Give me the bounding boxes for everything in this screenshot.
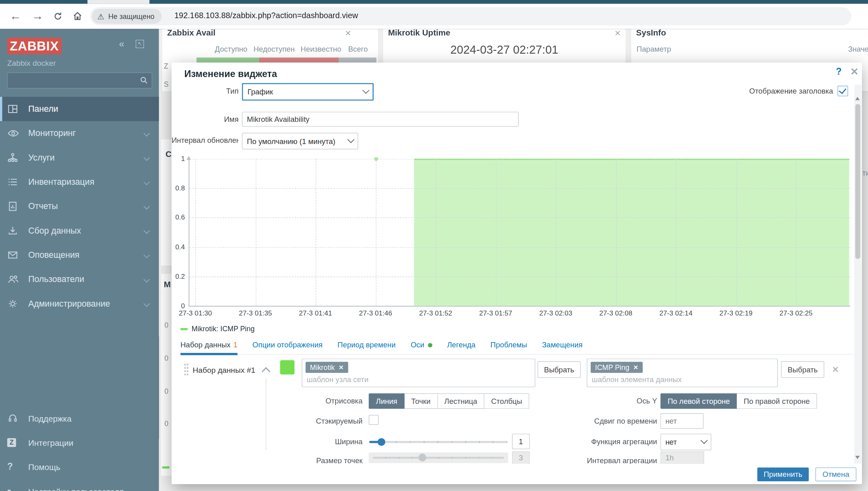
sidebar-item-download[interactable]: Сбор данных: [0, 219, 159, 243]
sidebar-search-input[interactable]: [7, 73, 152, 89]
yaxis-label: Ось Y: [531, 397, 657, 405]
item-pattern-input[interactable]: ICMP Ping ✕ шаблон элемента данных: [587, 359, 778, 387]
host-chip[interactable]: Mikrotik ✕: [306, 362, 348, 373]
width-value-input[interactable]: [512, 434, 530, 449]
tab-5[interactable]: Проблемы: [491, 337, 527, 355]
draw-type-option[interactable]: Точки: [405, 393, 438, 409]
gridline: [496, 159, 496, 306]
legend-color-dash: [180, 328, 188, 330]
help-icon[interactable]: ?: [836, 67, 841, 77]
sidebar-footer-item-question[interactable]: ?Помощь: [0, 455, 159, 479]
covered-text-fragment: 0: [164, 321, 168, 329]
home-button[interactable]: [69, 7, 86, 25]
refresh-interval-select[interactable]: По умолчанию (1 минута): [242, 133, 358, 149]
show-header-label: Отображение заголовка: [670, 87, 833, 95]
draw-type-option[interactable]: Линия: [369, 393, 405, 409]
reload-button[interactable]: [49, 7, 67, 25]
widget-name-input[interactable]: [242, 112, 519, 127]
tab-label: Опции отображения: [252, 341, 323, 349]
yaxis-option[interactable]: По правой стороне: [737, 393, 817, 409]
x-tick-label: 27-3 02:03: [531, 309, 581, 317]
item-chip-label: ICMP Ping: [595, 363, 629, 372]
scroll-up-arrow[interactable]: [855, 94, 860, 100]
drag-handle[interactable]: [184, 363, 189, 376]
sidebar-item-eye[interactable]: Мониторинг: [0, 121, 159, 145]
tab-3[interactable]: Оси: [411, 337, 432, 355]
gridline: [189, 217, 850, 218]
tab-4[interactable]: Легенда: [447, 337, 475, 355]
dialog-body: Изменение виджета ? ✕ Тип График Отображ…: [172, 63, 862, 464]
address-bar[interactable]: ⚠ Не защищено 192.168.103.88/zabbix.php?…: [90, 7, 851, 25]
warning-icon: ⚠: [97, 12, 104, 21]
sidebar-item-dashboard[interactable]: Панели: [0, 97, 159, 121]
scroll-down-arrow[interactable]: [855, 456, 860, 462]
apply-button[interactable]: Применить: [757, 468, 809, 481]
covered-text-fragment: Z: [164, 62, 168, 71]
chip-remove-icon[interactable]: ✕: [339, 364, 344, 371]
sidebar-footer-item-zbox[interactable]: ZИнтеграции: [0, 430, 159, 455]
timeshift-input[interactable]: [660, 413, 704, 428]
draw-type-option[interactable]: Столбцы: [484, 393, 529, 409]
covered-text-fragment: M: [164, 279, 171, 288]
tab-label: Проблемы: [491, 341, 527, 349]
security-badge[interactable]: ⚠ Не защищено: [92, 9, 162, 24]
sidebar-item-gear[interactable]: Администрирование: [0, 292, 159, 316]
host-chip-label: Mikrotik: [310, 363, 335, 372]
dialog-scrollbar[interactable]: [854, 85, 862, 464]
tab-1[interactable]: Опции отображения: [252, 337, 323, 355]
width-slider[interactable]: [369, 441, 508, 443]
show-header-checkbox[interactable]: [838, 86, 848, 96]
dataset-color-swatch[interactable]: [280, 360, 295, 375]
gridline: [796, 159, 797, 306]
gridline: [375, 159, 376, 306]
sidebar-item-report[interactable]: Отчеты: [0, 194, 159, 218]
host-pattern-input[interactable]: Mikrotik ✕ шаблон узла сети: [302, 359, 535, 387]
close-icon[interactable]: ✕: [850, 66, 859, 78]
covered-text-fragment: 0: [164, 387, 168, 396]
x-tick-label: 27-3 02:19: [711, 309, 761, 317]
sidebar-item-users[interactable]: Пользователи: [0, 267, 159, 291]
sidebar-item-label: Администрирование: [28, 299, 110, 309]
forward-button[interactable]: →: [29, 7, 46, 25]
item-chip[interactable]: ICMP Ping ✕: [591, 362, 643, 373]
width-slider-thumb[interactable]: [377, 438, 385, 446]
type-select[interactable]: График: [242, 83, 373, 101]
gridline: [189, 159, 850, 159]
widget-close-icon[interactable]: ✕: [614, 29, 621, 38]
item-select-button[interactable]: Выбрать: [781, 361, 824, 378]
widget-close-icon[interactable]: ✕: [345, 29, 351, 38]
sidebar-collapse-icon[interactable]: «: [119, 39, 124, 50]
tab-6[interactable]: Замещения: [542, 337, 583, 355]
host-select-button[interactable]: Выбрать: [537, 361, 581, 378]
slider-thumb: [419, 453, 426, 461]
tab-2[interactable]: Период времени: [338, 337, 396, 355]
sidebar-item-list[interactable]: Инвентаризация: [0, 170, 159, 194]
browser-active-tab[interactable]: [88, 0, 150, 4]
sidebar-footer-item-userdot[interactable]: Настройки пользователя: [0, 479, 159, 491]
back-button[interactable]: ←: [6, 7, 24, 25]
sidebar-item-label: Панели: [28, 104, 58, 114]
security-badge-label: Не защищено: [108, 12, 155, 21]
zabbix-logo[interactable]: ZABBIX: [7, 38, 61, 54]
aggregation-select[interactable]: нет: [660, 434, 711, 450]
sidebar-item-services[interactable]: Услуги: [0, 146, 159, 170]
sidebar-expand-icon[interactable]: ↖: [136, 40, 144, 48]
dataset-remove-icon[interactable]: ✕: [832, 365, 839, 375]
sidebar-item-envelope[interactable]: Оповещения: [0, 243, 159, 267]
chevron-down-icon: [144, 252, 150, 258]
sidebar-footer-item-headset[interactable]: Поддержка: [0, 406, 159, 430]
covered-text-fragment: ти: [862, 169, 868, 177]
scrollbar-thumb[interactable]: [855, 104, 860, 259]
x-tick-label: 27-3 01:30: [172, 309, 220, 317]
tab-label: Легенда: [447, 341, 475, 349]
graph-preview: 00.20.40.60.8127-3 01:3027-3 01:3527-3 0…: [189, 159, 851, 307]
chevron-up-icon[interactable]: [262, 367, 270, 376]
tab-data-set[interactable]: Набор данных1: [180, 337, 237, 355]
covered-text-fragment: 0: [164, 354, 168, 363]
stacked-checkbox[interactable]: [369, 415, 379, 425]
url-text[interactable]: 192.168.103.88/zabbix.php?action=dashboa…: [174, 11, 358, 20]
chip-remove-icon[interactable]: ✕: [633, 364, 638, 371]
cancel-button[interactable]: Отмена: [816, 468, 856, 481]
draw-type-option[interactable]: Лестница: [438, 393, 484, 409]
yaxis-option[interactable]: По левой стороне: [660, 393, 737, 409]
